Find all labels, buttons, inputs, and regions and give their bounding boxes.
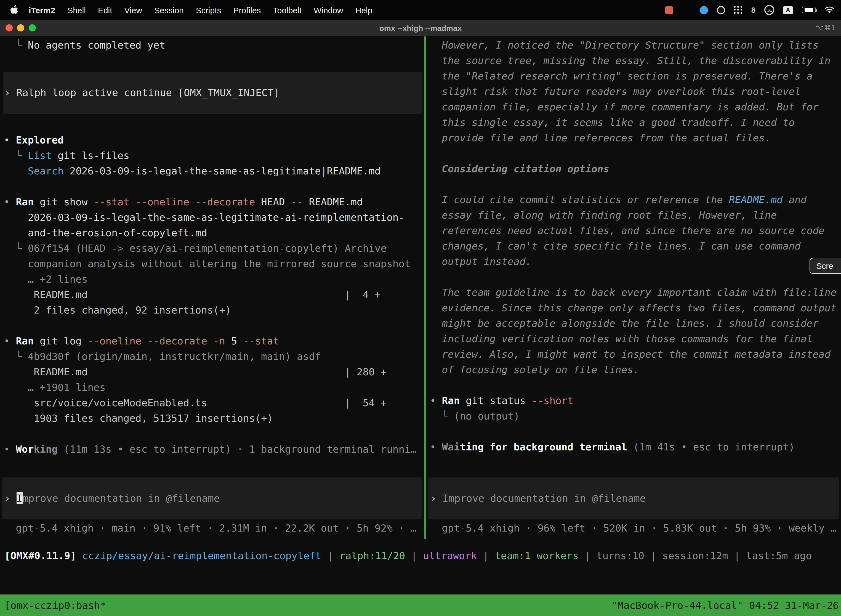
terminal-segment: 067f154 (HEAD -> essay/ai-reimplementati… — [28, 242, 387, 254]
terminal-segment: (11m 13s • esc to interrupt) · 1 backgro… — [58, 443, 416, 455]
minimize-window-button[interactable] — [17, 24, 24, 31]
terminal-line: Considering citation options — [430, 161, 841, 177]
window-controls — [0, 24, 36, 31]
terminal-segment — [76, 550, 82, 561]
terminal-segment: (1m 41s • esc to interrupt) — [627, 441, 795, 453]
terminal-line: › Ralph loop active continue [OMX_TMUX_I… — [4, 85, 422, 100]
menu-window[interactable]: Window — [308, 5, 349, 15]
terminal-line: The team guideline is to back every impo… — [430, 285, 841, 300]
terminal-segment: ting for background terminal — [460, 441, 627, 453]
tmux-session-info: [omx-cczip0:bash* — [4, 600, 106, 611]
terminal-segment: The team guideline is to back every impo… — [430, 286, 837, 298]
window-title-bar[interactable]: omx --xhigh --madmax ⌥⌘1 — [0, 20, 841, 37]
terminal-area: └ No agents completed yet › Ralph loop a… — [0, 37, 841, 539]
terminal-line: └ (no output) — [430, 408, 841, 424]
terminal-segment: git status — [460, 395, 532, 406]
gauge-icon[interactable]: .61 — [764, 5, 774, 15]
terminal-segment: --oneline --decorate — [88, 335, 208, 347]
terminal-line: Search 2026-03-09-is-legal-the-same-as-l… — [4, 163, 424, 179]
terminal-segment: (no output) — [454, 410, 520, 422]
terminal-line — [430, 146, 841, 161]
terminal-segment: … +1901 lines — [4, 381, 105, 393]
terminal-segment: essay file, along with finding root file… — [430, 209, 777, 221]
terminal-segment: this single essay, it seems like a good … — [430, 116, 795, 128]
screen-recording-icon[interactable] — [665, 6, 673, 14]
terminal-segment — [207, 335, 213, 347]
right-terminal-pane[interactable]: However, I noticed the "Directory Struct… — [426, 37, 841, 539]
terminal-segment: turns:10 — [596, 550, 644, 561]
apple-menu-icon[interactable] — [7, 5, 23, 15]
terminal-segment: • — [430, 441, 442, 453]
terminal-segment: • — [4, 443, 16, 455]
terminal-line: • Ran git status --short — [430, 393, 841, 408]
menu-profiles[interactable]: Profiles — [227, 5, 267, 15]
terminal-segment: 1903 files changed, 513517 insertions(+) — [4, 412, 273, 424]
terminal-line — [4, 318, 424, 333]
terminal-segment: companion analysis without altering the … — [4, 258, 410, 269]
terminal-segment: and — [783, 194, 807, 205]
menu-shell[interactable]: Shell — [61, 5, 92, 15]
terminal-segment: Ran — [16, 335, 34, 347]
terminal-segment: might be acceptable alongside the file l… — [430, 317, 819, 329]
terminal-line: … +1901 lines — [4, 380, 424, 395]
close-window-button[interactable] — [6, 24, 13, 31]
app-grid-icon[interactable] — [734, 6, 742, 14]
left-pane-message-box: › Ralph loop active continue [OMX_TMUX_I… — [3, 72, 422, 114]
terminal-line: gpt-5.4 xhigh · main · 91% left · 2.31M … — [4, 521, 424, 536]
terminal-segment: I could cite commit statistics or refere… — [430, 194, 729, 205]
terminal-segment: king — [34, 443, 58, 455]
terminal-line: essay file, along with finding root file… — [430, 208, 841, 223]
terminal-segment: | 4 + — [344, 289, 381, 300]
terminal-segment: └ — [430, 410, 454, 422]
left-pane-scrollback: └ No agents completed yet › Ralph loop a… — [0, 37, 424, 475]
terminal-line: companion analysis without altering the … — [4, 256, 424, 271]
blue-app-icon[interactable] — [700, 6, 708, 14]
battery-icon[interactable] — [802, 7, 816, 13]
terminal-line — [4, 53, 424, 69]
window-grid-icon[interactable] — [682, 6, 691, 14]
menu-edit[interactable]: Edit — [92, 5, 119, 15]
terminal-segment: Wai — [442, 441, 460, 453]
terminal-segment: • — [4, 335, 16, 347]
terminal-segment: └ — [4, 39, 28, 51]
apple-logo — [10, 5, 18, 15]
terminal-segment: references need actual files, and since … — [430, 224, 825, 236]
terminal-segment: -n — [213, 335, 225, 347]
stat-8-icon[interactable]: 8 — [751, 6, 756, 14]
window-title: omx --xhigh --madmax — [0, 23, 841, 32]
menu-view[interactable]: View — [119, 5, 148, 15]
input-source-icon[interactable]: A — [783, 6, 793, 14]
terminal-line: this single essay, it seems like a good … — [430, 115, 841, 130]
terminal-line: • Explored — [4, 132, 424, 148]
terminal-segment: provide file and line references from th… — [430, 132, 771, 144]
terminal-segment: session:12m — [662, 550, 728, 561]
terminal-line — [4, 426, 424, 441]
terminal-segment — [4, 165, 28, 177]
menu-help[interactable]: Help — [349, 5, 378, 15]
left-pane-prompt-box[interactable]: › Improve documentation in @filename — [2, 477, 422, 519]
menu-scripts[interactable]: Scripts — [190, 5, 227, 15]
terminal-segment: └ — [4, 351, 28, 362]
terminal-segment: of focusing solely on file lines. — [430, 364, 639, 375]
wifi-icon[interactable] — [825, 6, 834, 14]
terminal-line: including verification notes with those … — [430, 331, 841, 347]
terminal-segment: › — [431, 492, 442, 504]
terminal-segment: git show — [34, 196, 94, 208]
dark-app-icon[interactable] — [717, 6, 725, 14]
terminal-segment: -- — [291, 196, 303, 208]
terminal-segment: └ — [4, 150, 28, 161]
terminal-line: the source tree, missing the essay. Stil… — [430, 53, 841, 69]
terminal-segment: ralph:11/20 — [339, 550, 405, 561]
left-terminal-pane[interactable]: └ No agents completed yet › Ralph loop a… — [0, 37, 424, 539]
zoom-window-button[interactable] — [29, 24, 36, 31]
terminal-segment: --stat --oneline --decorate — [94, 196, 255, 208]
menu-session[interactable]: Session — [148, 5, 190, 15]
terminal-segment: Considering citation options — [430, 163, 609, 175]
right-pane-prompt-box[interactable]: › Improve documentation in @filename — [428, 477, 839, 519]
menu-app-name[interactable]: iTerm2 — [23, 5, 61, 15]
terminal-segment: No agents completed yet — [28, 39, 166, 51]
terminal-segment: cczip/essay/ai-reimplementation-copyleft — [82, 550, 321, 561]
terminal-line: companion file, especially if more comme… — [430, 99, 841, 115]
menu-toolbelt[interactable]: Toolbelt — [267, 5, 308, 15]
terminal-line — [4, 179, 424, 194]
